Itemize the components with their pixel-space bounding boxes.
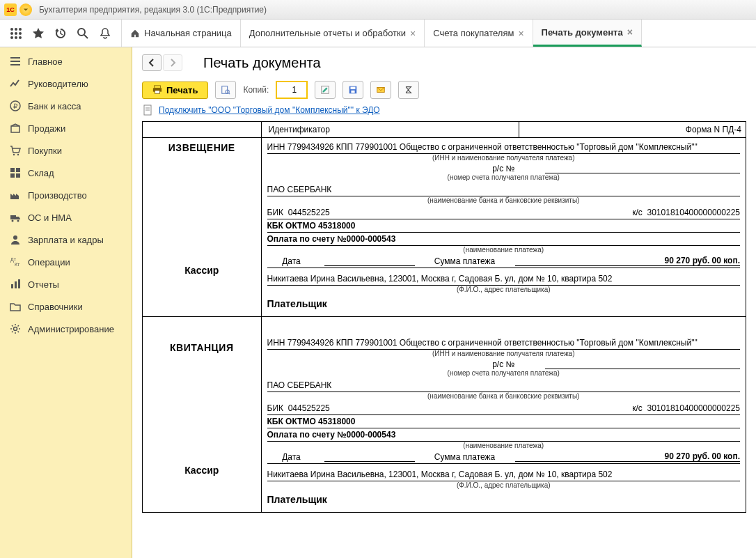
sidebar-item-operations[interactable]: ДтКтОперации xyxy=(0,251,132,273)
ruble-icon: ₽ xyxy=(10,100,21,111)
sidebar-item-label: Производство xyxy=(28,190,87,201)
sum-button[interactable] xyxy=(398,81,419,99)
sum-value: 90 270 руб. 00 коп. xyxy=(515,451,741,462)
cashier-label: Кассир xyxy=(145,258,258,276)
close-icon[interactable]: × xyxy=(627,26,633,38)
sum-label: Сумма платежа xyxy=(423,452,507,462)
svg-line-35 xyxy=(229,93,230,94)
close-icon[interactable]: × xyxy=(518,28,523,39)
purpose-caption: (наименование платежа) xyxy=(267,442,741,451)
sidebar-item-catalogs[interactable]: Справочники xyxy=(0,295,132,318)
payer-caption: (Ф.И.О., адрес плательщика) xyxy=(267,481,741,491)
bank-name: ПАО СБЕРБАНК xyxy=(267,183,741,196)
sidebar-item-label: Зарплата и кадры xyxy=(28,235,104,245)
svg-point-22 xyxy=(17,220,19,222)
save-button[interactable] xyxy=(342,81,363,99)
rs-caption: (номер счета получателя платежа) xyxy=(267,369,741,379)
svg-point-15 xyxy=(17,154,19,155)
svg-point-21 xyxy=(12,220,14,222)
tabs: Начальная страница Дополнительные отчеты… xyxy=(122,20,756,47)
sidebar-item-reports[interactable]: Отчеты xyxy=(0,273,132,295)
sidebar-item-admin[interactable]: Администрирование xyxy=(0,318,132,340)
app-menu-dropdown[interactable] xyxy=(19,3,32,16)
sidebar-item-manager[interactable]: Руководителю xyxy=(0,72,132,95)
back-button[interactable] xyxy=(142,54,162,71)
email-button[interactable] xyxy=(370,81,391,99)
sidebar-item-purchases[interactable]: Покупки xyxy=(0,139,132,162)
history-icon[interactable] xyxy=(54,27,67,40)
svg-point-0 xyxy=(10,28,13,31)
date-value xyxy=(324,265,415,266)
action-toolbar: Печать Копий: xyxy=(142,81,746,99)
rs-value xyxy=(545,164,740,173)
preview-button[interactable] xyxy=(215,81,236,99)
svg-rect-18 xyxy=(10,173,15,178)
menu-icon xyxy=(10,56,21,67)
bell-icon[interactable] xyxy=(99,27,111,40)
inn-caption: (ИНН и наименование получателя платежа) xyxy=(267,154,741,164)
kbk-line: КБК ОКТМО 45318000 xyxy=(267,219,741,233)
svg-rect-19 xyxy=(16,173,20,178)
close-icon[interactable]: × xyxy=(410,28,416,39)
sidebar-item-label: Администрирование xyxy=(28,324,114,334)
factory-icon xyxy=(10,189,21,201)
tab-label: Начальная страница xyxy=(144,28,232,38)
sidebar-item-label: Банк и касса xyxy=(28,101,81,111)
sidebar-item-main[interactable]: Главное xyxy=(0,50,132,72)
sidebar-item-label: Главное xyxy=(28,56,63,67)
ks-value: 30101810400000000225 xyxy=(647,403,740,413)
copies-input[interactable] xyxy=(276,81,308,99)
bik-value: 044525225 xyxy=(288,403,330,413)
inn-caption: (ИНН и наименование получателя платежа) xyxy=(267,350,741,359)
search-icon[interactable] xyxy=(77,27,89,40)
sum-value: 90 270 руб. 00 коп. xyxy=(515,256,741,266)
page-title: Печать документа xyxy=(203,55,321,71)
svg-rect-30 xyxy=(155,86,161,88)
tab-print-document[interactable]: Печать документа× xyxy=(533,20,642,47)
sum-label: Сумма платежа xyxy=(423,256,507,266)
svg-rect-28 xyxy=(18,279,20,288)
package-icon xyxy=(10,123,21,134)
print-button-label: Печать xyxy=(166,85,198,95)
app-logo-icon: 1C xyxy=(4,3,17,16)
tab-reports[interactable]: Дополнительные отчеты и обработки× xyxy=(241,20,425,47)
cart-icon xyxy=(10,145,21,156)
person-icon xyxy=(10,234,21,245)
grid-icon xyxy=(10,167,21,178)
sidebar-item-label: Продажи xyxy=(28,123,65,134)
bik-label: БИК xyxy=(267,208,284,217)
bank-name: ПАО СБЕРБАНК xyxy=(267,379,741,392)
sidebar-item-warehouse[interactable]: Склад xyxy=(0,162,132,184)
sidebar-item-sales[interactable]: Продажи xyxy=(0,117,132,139)
svg-rect-39 xyxy=(352,91,355,93)
document-icon xyxy=(142,104,153,116)
sidebar-item-label: Справочники xyxy=(28,302,83,312)
svg-rect-38 xyxy=(351,87,356,90)
bank-caption: (наименование банка и банковские реквизи… xyxy=(267,392,741,402)
svg-rect-13 xyxy=(11,126,19,132)
pay-purpose: Оплата по счету №0000-000543 xyxy=(267,233,741,246)
notice-title: ИЗВЕЩЕНИЕ xyxy=(145,142,258,153)
date-label: Дата xyxy=(267,256,316,266)
svg-point-6 xyxy=(10,36,13,39)
svg-point-7 xyxy=(15,36,17,39)
forward-button[interactable] xyxy=(163,54,182,71)
payer-title: Плательщик xyxy=(267,491,741,505)
star-icon[interactable] xyxy=(32,27,45,40)
sidebar-item-assets[interactable]: ОС и НМА xyxy=(0,206,132,228)
sidebar-item-bank[interactable]: ₽Банк и касса xyxy=(0,95,132,117)
inn-line: ИНН 7799434926 КПП 779901001 Общество с … xyxy=(267,336,741,350)
tab-home[interactable]: Начальная страница xyxy=(122,20,241,47)
edit-button[interactable] xyxy=(315,81,336,99)
svg-rect-16 xyxy=(10,168,15,172)
apps-icon[interactable] xyxy=(10,27,22,40)
edo-link[interactable]: Подключить "ООО "Торговый дом "Комплексн… xyxy=(159,105,380,115)
payer-caption: (Ф.И.О., адрес плательщика) xyxy=(267,286,741,295)
sidebar-item-label: Покупки xyxy=(28,146,62,156)
tab-invoices[interactable]: Счета покупателям× xyxy=(425,20,533,47)
tool-icons xyxy=(0,20,122,47)
sidebar-item-label: Операции xyxy=(28,257,70,268)
sidebar-item-hr[interactable]: Зарплата и кадры xyxy=(0,228,132,251)
sidebar-item-production[interactable]: Производство xyxy=(0,184,132,206)
print-button[interactable]: Печать xyxy=(142,82,208,99)
